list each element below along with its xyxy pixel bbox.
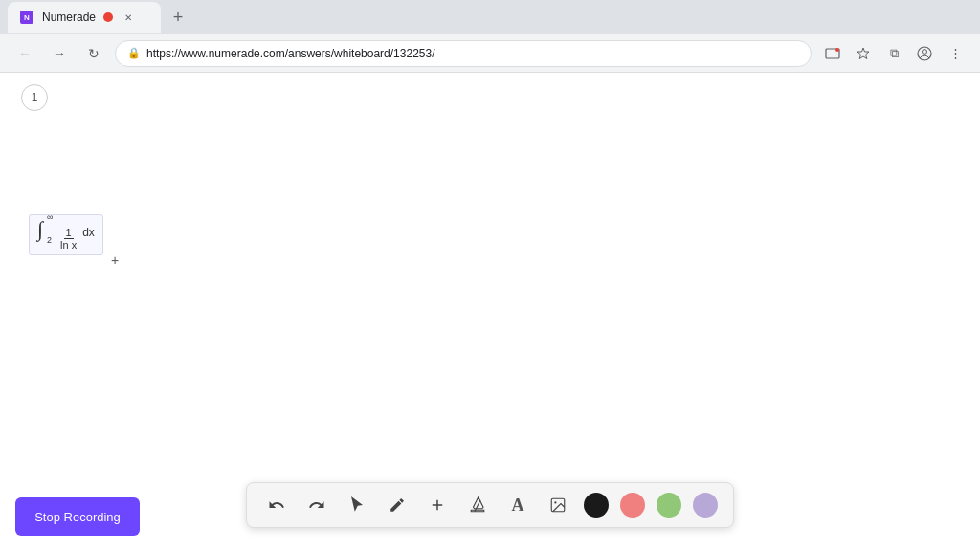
pen-icon xyxy=(389,496,406,514)
color-green-button[interactable] xyxy=(657,493,681,518)
tab-title: Numerade xyxy=(42,11,96,24)
menu-button[interactable]: ⋮ xyxy=(942,40,969,67)
recording-indicator xyxy=(103,12,113,22)
tab-search-button[interactable]: ⧉ xyxy=(880,40,907,67)
undo-button[interactable] xyxy=(262,491,291,519)
numerade-favicon: N xyxy=(20,11,33,24)
svg-point-4 xyxy=(923,49,927,54)
add-icon xyxy=(429,496,446,514)
media-icon xyxy=(825,46,840,61)
star-icon xyxy=(856,46,871,61)
fraction-denominator: ln x xyxy=(58,239,78,251)
lock-icon: 🔒 xyxy=(127,47,141,59)
image-icon xyxy=(549,496,567,514)
content-area: 1 ∫ ∞ 2 1 ln x dx + Stop Recor xyxy=(0,73,980,551)
color-black-button[interactable] xyxy=(584,493,609,518)
color-purple-button[interactable] xyxy=(693,493,718,518)
fraction-numerator: 1 xyxy=(64,227,74,239)
bookmark-button[interactable] xyxy=(850,40,877,67)
add-button[interactable] xyxy=(423,491,452,519)
text-tool-label: A xyxy=(512,496,524,516)
media-button[interactable] xyxy=(819,40,846,67)
active-tab[interactable]: N Numerade ✕ xyxy=(8,2,161,33)
reload-button[interactable]: ↻ xyxy=(80,40,107,67)
integral-expression: ∫ ∞ 2 1 ln x dx xyxy=(37,219,95,251)
back-button[interactable]: ← xyxy=(11,40,38,67)
undo-icon xyxy=(268,496,285,514)
svg-marker-2 xyxy=(858,48,869,59)
pen-tool-button[interactable] xyxy=(383,491,412,519)
fraction: 1 ln x xyxy=(58,227,78,251)
image-button[interactable] xyxy=(544,491,572,519)
integral-limits: ∞ 2 xyxy=(47,220,53,239)
integral-upper: ∞ xyxy=(47,212,53,222)
eraser-icon xyxy=(469,496,486,514)
select-tool-button[interactable] xyxy=(343,491,371,519)
dx-term: dx xyxy=(82,226,95,239)
redo-icon xyxy=(308,496,325,514)
page-number: 1 xyxy=(21,84,48,111)
redo-button[interactable] xyxy=(302,491,331,519)
bottom-toolbar: A xyxy=(246,482,734,528)
eraser-button[interactable] xyxy=(463,491,492,519)
tab-favicon: N xyxy=(19,10,34,25)
cursor-icon xyxy=(348,496,366,514)
profile-button[interactable] xyxy=(911,40,938,67)
whiteboard[interactable]: 1 ∫ ∞ 2 1 ln x dx + Stop Recor xyxy=(0,73,980,551)
integral-lower: 2 xyxy=(47,235,53,245)
math-formula: ∫ ∞ 2 1 ln x dx xyxy=(29,214,103,255)
color-pink-button[interactable] xyxy=(620,493,645,518)
text-tool-button[interactable]: A xyxy=(503,491,532,519)
url-bar[interactable]: 🔒 https://www.numerade.com/answers/white… xyxy=(115,40,812,67)
profile-icon xyxy=(917,46,932,61)
stop-recording-button[interactable]: Stop Recording xyxy=(15,497,140,536)
address-bar: ← → ↻ 🔒 https://www.numerade.com/answers… xyxy=(0,34,980,73)
url-text: https://www.numerade.com/answers/whitebo… xyxy=(146,47,435,60)
new-tab-button[interactable]: + xyxy=(165,4,191,31)
integral-with-limits: ∫ ∞ 2 xyxy=(37,219,43,240)
forward-button[interactable]: → xyxy=(46,40,73,67)
svg-point-1 xyxy=(835,48,839,52)
cursor-plus: + xyxy=(111,253,119,268)
browser-actions: ⧉ ⋮ xyxy=(819,40,969,67)
svg-point-7 xyxy=(554,501,556,503)
tab-close-button[interactable]: ✕ xyxy=(121,10,136,25)
tab-bar: N Numerade ✕ + xyxy=(0,0,980,34)
integral-sign: ∫ xyxy=(37,219,43,240)
